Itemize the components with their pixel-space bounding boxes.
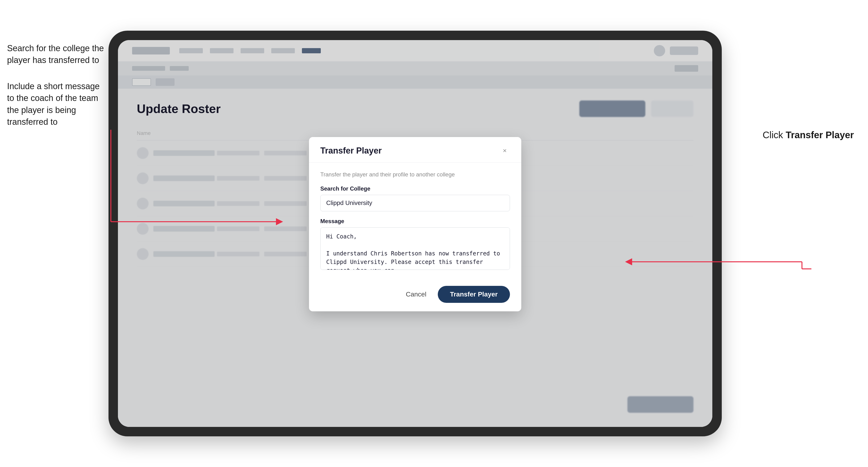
close-icon: × [503, 147, 507, 154]
modal-header: Transfer Player × [309, 137, 521, 163]
annotation-right: Click Transfer Player [763, 130, 854, 140]
tablet-screen: Update Roster Name [118, 40, 712, 427]
modal-close-button[interactable]: × [500, 146, 510, 156]
modal-title: Transfer Player [320, 146, 382, 156]
annotation-text-2: Include a short message to the coach of … [7, 81, 106, 128]
modal-footer: Cancel Transfer Player [309, 279, 521, 311]
annotation-right-prefix: Click [763, 130, 786, 140]
transfer-player-button[interactable]: Transfer Player [438, 286, 510, 303]
modal-overlay: Transfer Player × Transfer the player an… [118, 40, 712, 427]
cancel-button[interactable]: Cancel [400, 287, 432, 302]
transfer-player-modal: Transfer Player × Transfer the player an… [309, 137, 521, 311]
college-label: Search for College [320, 185, 510, 192]
tablet-device: Update Roster Name [108, 31, 722, 436]
annotation-right-bold: Transfer Player [786, 130, 854, 140]
modal-description: Transfer the player and their profile to… [320, 171, 510, 178]
college-search-input[interactable] [320, 195, 510, 211]
message-textarea[interactable]: Hi Coach, I understand Chris Robertson h… [320, 227, 510, 270]
message-label: Message [320, 218, 510, 224]
annotation-text-1: Search for the college the player has tr… [7, 42, 106, 66]
annotation-left: Search for the college the player has tr… [7, 42, 106, 142]
modal-body: Transfer the player and their profile to… [309, 163, 521, 279]
